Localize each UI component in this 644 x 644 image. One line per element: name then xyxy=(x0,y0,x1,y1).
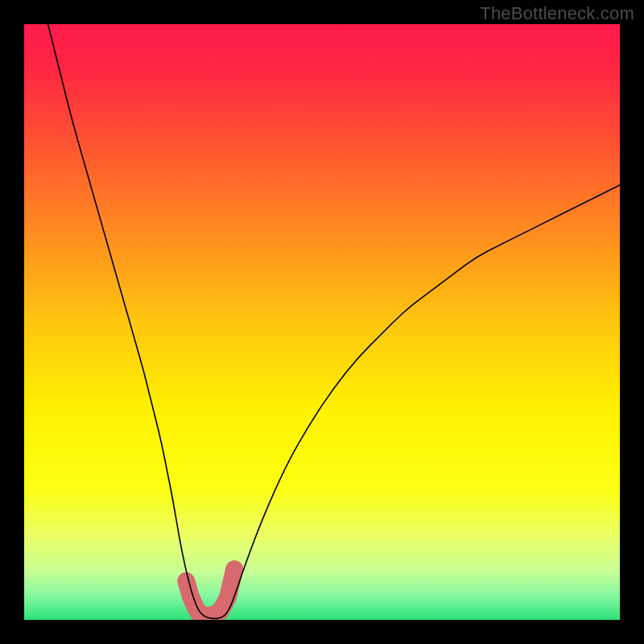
marker-dot xyxy=(179,574,193,588)
plot-area xyxy=(24,24,620,620)
marker-dot xyxy=(229,564,240,575)
gradient-background xyxy=(24,24,620,620)
chart-svg xyxy=(24,24,620,620)
chart-frame: TheBottleneck.com xyxy=(0,0,644,644)
watermark-text: TheBottleneck.com xyxy=(480,3,634,24)
